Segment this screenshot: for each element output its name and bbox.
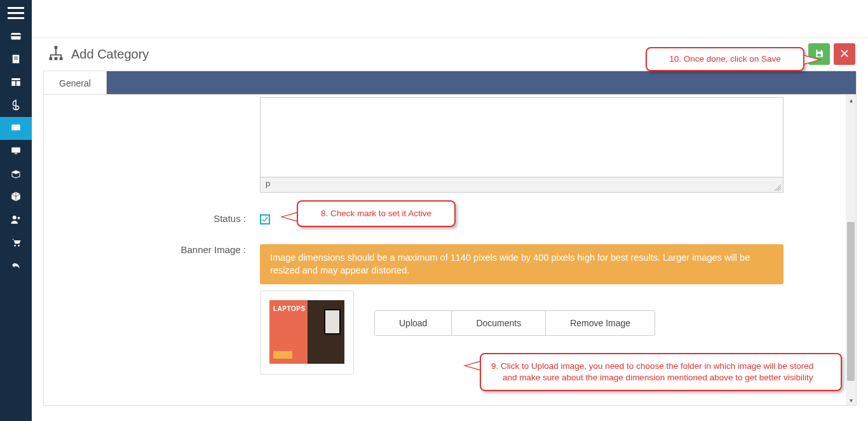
upload-label: Upload [399, 318, 427, 328]
tab-label: General [59, 78, 91, 88]
box-open-icon [10, 168, 22, 181]
svg-rect-8 [11, 147, 20, 152]
image-button-group: Upload Documents Remove Image [374, 310, 655, 336]
banner-thumbnail-image: LAPTOPS [269, 300, 344, 364]
sidebar-item-cart[interactable] [0, 231, 32, 254]
close-button[interactable] [834, 43, 855, 65]
svg-rect-7 [15, 99, 17, 110]
scroll-up-icon[interactable]: ▴ [846, 95, 856, 105]
page-title: Add Category [71, 47, 149, 62]
cart-icon [10, 237, 22, 250]
scroll-thumb[interactable] [847, 222, 855, 381]
catalog-icon [10, 122, 22, 135]
editor-body[interactable] [261, 98, 783, 177]
svg-point-11 [18, 216, 20, 219]
svg-rect-15 [50, 57, 53, 60]
receipt-icon [10, 53, 22, 67]
sidebar-item-undo[interactable] [0, 254, 32, 277]
sidebar-item-cube[interactable] [0, 186, 32, 209]
sidebar-item-box-open[interactable] [0, 163, 32, 186]
tab-bar: General [43, 71, 857, 94]
sidebar-item-receipt[interactable] [0, 48, 32, 71]
svg-point-13 [18, 244, 20, 246]
upload-button[interactable]: Upload [375, 311, 452, 335]
callout-text: 8. Check mark to set it Active [321, 209, 431, 218]
card-icon [10, 31, 22, 44]
status-checkbox[interactable] [260, 214, 270, 224]
remove-image-button[interactable]: Remove Image [546, 311, 654, 335]
callout-status: 8. Check mark to set it Active [297, 200, 456, 227]
sidebar-item-layout[interactable] [0, 71, 32, 94]
sidebar [0, 0, 32, 421]
svg-rect-17 [60, 57, 63, 60]
callout-save: 10. Once done, click on Save [646, 47, 804, 71]
close-icon [839, 48, 850, 60]
svg-rect-14 [55, 46, 58, 49]
scroll-down-icon[interactable]: ▾ [846, 395, 856, 405]
svg-rect-1 [11, 34, 21, 36]
svg-point-12 [14, 244, 16, 246]
users-icon [10, 214, 22, 227]
tab-general[interactable]: General [44, 71, 107, 95]
banner-thumbnail[interactable]: LAPTOPS [260, 291, 354, 375]
sidebar-item-card[interactable] [0, 25, 32, 48]
callout-text: 10. Once done, click on Save [669, 54, 781, 64]
svg-rect-18 [817, 50, 820, 52]
svg-rect-6 [17, 81, 20, 86]
top-strip [32, 0, 868, 38]
banner-label: Banner Image : [57, 244, 260, 255]
callout-text: 9. Click to Upload image, you need to ch… [491, 361, 813, 382]
status-label: Status : [57, 213, 260, 224]
svg-rect-2 [14, 57, 18, 57]
rich-text-editor[interactable]: p [260, 97, 783, 193]
editor-path-bar: p [261, 177, 783, 192]
check-icon [261, 216, 269, 223]
callout-upload: 9. Click to Upload image, you need to ch… [480, 353, 842, 391]
editor-path-value: p [266, 179, 270, 188]
sidebar-item-display[interactable] [0, 140, 32, 163]
sidebar-item-users[interactable] [0, 209, 32, 231]
svg-rect-5 [11, 81, 15, 86]
scrollbar[interactable]: ▴ ▾ [846, 95, 856, 405]
cube-icon [10, 191, 22, 204]
undo-icon [10, 259, 22, 273]
documents-label: Documents [476, 318, 521, 328]
svg-rect-9 [15, 153, 18, 154]
documents-button[interactable]: Documents [452, 311, 546, 335]
svg-rect-16 [55, 57, 58, 60]
menu-toggle[interactable] [0, 0, 32, 25]
svg-rect-3 [14, 59, 18, 59]
remove-image-label: Remove Image [570, 318, 630, 328]
sidebar-item-money[interactable] [0, 94, 32, 117]
resize-handle-icon[interactable] [775, 184, 781, 191]
svg-point-10 [13, 216, 17, 219]
banner-row: Banner Image : Image dimensions should b… [57, 244, 833, 284]
sitemap-icon [47, 45, 65, 64]
layout-icon [10, 76, 22, 90]
svg-rect-4 [11, 78, 20, 80]
money-icon [10, 99, 22, 113]
display-icon [10, 145, 22, 158]
sidebar-item-catalog[interactable] [0, 117, 32, 140]
thumbnail-caption: LAPTOPS [273, 305, 306, 312]
banner-alert: Image dimensions should be a maximum of … [260, 244, 783, 284]
